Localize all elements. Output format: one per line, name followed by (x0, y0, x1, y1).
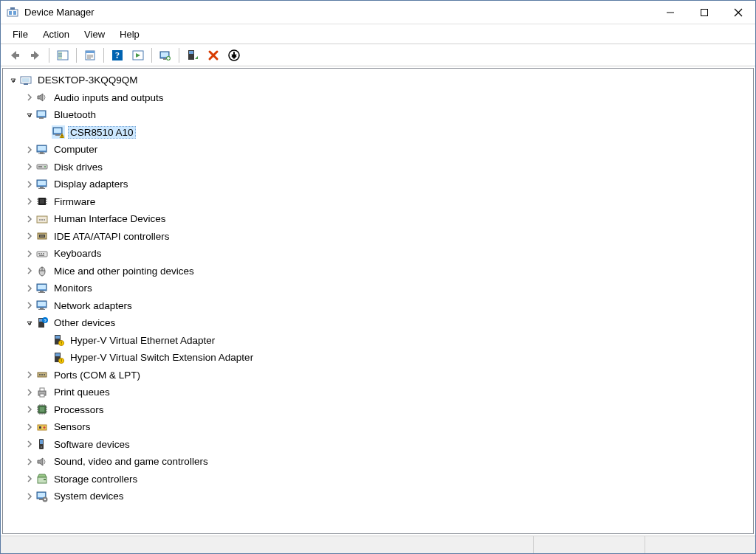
tree-node-2[interactable]: Computer (3, 141, 753, 159)
expander-icon[interactable] (24, 317, 35, 329)
menu-help[interactable]: Help (112, 26, 147, 43)
tree-node-label: Network adapters (52, 299, 134, 312)
toolbar-action-button[interactable] (128, 46, 148, 64)
svg-point-129 (44, 499, 46, 500)
tree-node-0[interactable]: Audio inputs and outputs (3, 89, 753, 107)
svg-rect-40 (38, 146, 46, 150)
tree-node-7[interactable]: IDE ATA/ATAPI controllers (3, 228, 753, 246)
tree-node-11[interactable]: Network adapters (3, 297, 753, 315)
toolbar-forward-button[interactable] (26, 46, 45, 64)
device-tree[interactable]: DESKTOP-3KQQ9QMAudio inputs and outputsB… (3, 69, 753, 533)
tree-node-label: DESKTOP-3KQQ9QM (35, 74, 140, 86)
tree-node-1-0[interactable]: !CSR8510 A10 (3, 124, 753, 142)
minimize-button[interactable] (653, 1, 687, 24)
tree-node-12-1[interactable]: !Hyper-V Virtual Switch Extension Adapte… (3, 349, 753, 367)
expander-icon[interactable] (24, 299, 35, 311)
tree-node-label: Other devices (52, 316, 117, 329)
expander-icon[interactable] (24, 109, 35, 121)
menubar: File Action View Help (1, 24, 755, 44)
tree-node-label: Storage controllers (52, 473, 140, 485)
toolbar-scan-button[interactable] (224, 46, 244, 64)
tree-node-15[interactable]: Processors (3, 401, 753, 419)
expander-icon[interactable] (24, 456, 35, 468)
expander-icon[interactable] (24, 213, 35, 225)
tree-node-10[interactable]: Monitors (3, 280, 753, 297)
expander-icon[interactable] (7, 75, 19, 86)
svg-rect-3 (10, 7, 15, 10)
tree-node-12[interactable]: ?Other devices (3, 314, 753, 332)
tree-node-16[interactable]: Sensors (3, 418, 753, 436)
svg-rect-69 (38, 253, 40, 255)
svg-rect-72 (39, 255, 44, 256)
expander-icon[interactable] (24, 404, 35, 415)
expander-icon[interactable] (24, 91, 35, 103)
monitor-icon (35, 143, 49, 156)
tree-node-label: Sensors (52, 420, 93, 433)
tree-node-label: Keyboards (52, 247, 104, 260)
svg-rect-45 (38, 166, 42, 167)
svg-rect-70 (41, 253, 42, 255)
expander-icon[interactable] (24, 248, 35, 260)
tree-node-5[interactable]: Firmware (3, 193, 753, 211)
expander-icon[interactable] (24, 144, 35, 156)
svg-rect-77 (38, 285, 46, 289)
tree-node-label: Processors (52, 404, 106, 416)
expander-icon[interactable] (24, 265, 35, 277)
svg-rect-33 (38, 111, 45, 116)
close-button[interactable] (721, 1, 755, 24)
svg-rect-5 (701, 10, 708, 16)
tree-node-18[interactable]: Sound, video and game controllers (3, 453, 753, 471)
expander-icon[interactable] (24, 283, 35, 294)
toolbar-uninstall-button[interactable] (183, 46, 202, 64)
toolbar-properties-button[interactable] (80, 46, 100, 64)
svg-point-98 (41, 374, 43, 375)
expander-icon[interactable] (24, 230, 35, 242)
svg-rect-93 (55, 353, 60, 356)
svg-rect-79 (38, 292, 45, 293)
expander-icon[interactable] (24, 438, 35, 450)
toolbar-show-hide-button[interactable] (53, 46, 72, 64)
tree-node-3[interactable]: Disk drives (3, 159, 753, 176)
tree-node-12-0[interactable]: !Hyper-V Virtual Ethernet Adapter (3, 332, 753, 350)
expander-icon[interactable] (24, 473, 35, 485)
content-area: DESKTOP-3KQQ9QMAudio inputs and outputsB… (2, 68, 754, 534)
svg-rect-48 (40, 187, 44, 188)
titlebar[interactable]: Device Manager (1, 1, 755, 24)
toolbar-help-button[interactable]: ? (108, 46, 127, 64)
maximize-button[interactable] (687, 1, 721, 24)
chip-dark-icon (35, 195, 49, 208)
expander-icon[interactable] (24, 369, 35, 381)
expander-icon[interactable] (24, 179, 35, 190)
toolbar-disable-button[interactable] (204, 46, 223, 64)
menu-view[interactable]: View (77, 26, 112, 43)
expander-icon[interactable] (24, 421, 35, 433)
svg-rect-9 (31, 54, 35, 57)
expander-icon[interactable] (24, 387, 35, 398)
tree-node-1[interactable]: Bluetooth (3, 106, 753, 124)
expander-icon[interactable] (24, 491, 35, 502)
tree-node-17[interactable]: Software devices (3, 436, 753, 454)
tree-node-13[interactable]: Ports (COM & LPT) (3, 367, 753, 384)
svg-rect-23 (161, 52, 168, 57)
tree-node-19[interactable]: Storage controllers (3, 471, 753, 488)
expander-icon[interactable] (24, 195, 35, 207)
svg-rect-71 (43, 253, 44, 255)
tree-node-4[interactable]: Display adapters (3, 176, 753, 193)
svg-rect-121 (40, 440, 43, 444)
svg-rect-41 (40, 152, 44, 153)
svg-point-44 (44, 166, 46, 167)
expander-icon[interactable] (24, 161, 35, 173)
tree-node-8[interactable]: Keyboards (3, 245, 753, 263)
monitor-icon (35, 282, 49, 295)
toolbar-back-button[interactable] (5, 46, 24, 64)
tree-node-6[interactable]: Human Interface Devices (3, 210, 753, 228)
tree-node-20[interactable]: System devices (3, 488, 753, 505)
tree-node-14[interactable]: Print queues (3, 384, 753, 401)
svg-rect-83 (38, 309, 45, 310)
toolbar-update-driver-button[interactable] (156, 46, 175, 64)
menu-action[interactable]: Action (35, 26, 77, 43)
svg-rect-81 (38, 302, 46, 306)
tree-node-root[interactable]: DESKTOP-3KQQ9QM (3, 72, 753, 89)
menu-file[interactable]: File (5, 26, 35, 43)
tree-node-9[interactable]: Mice and other pointing devices (3, 263, 753, 280)
